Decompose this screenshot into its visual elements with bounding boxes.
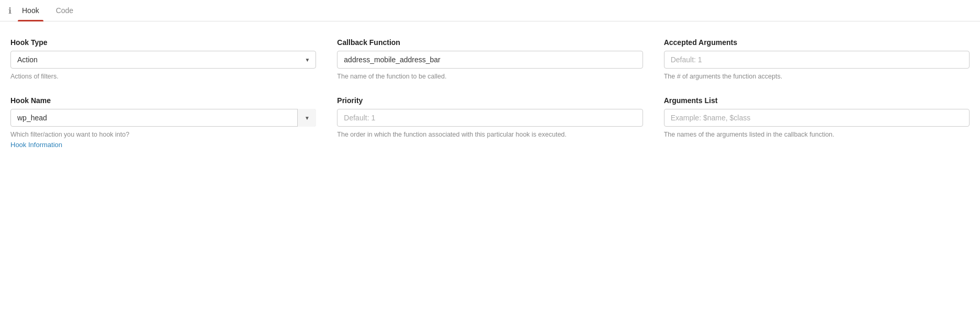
hook-name-dropdown-button[interactable]: [297, 109, 316, 127]
hook-type-label: Hook Type: [10, 38, 316, 47]
fields-grid: Hook Type Action Filter Actions of filte…: [10, 38, 970, 164]
callback-function-input[interactable]: [337, 51, 643, 69]
hook-type-hint: Actions of filters.: [10, 72, 316, 82]
arguments-list-hint: The names of the arguments listed in the…: [664, 130, 970, 140]
priority-hint: The order in which the function associat…: [337, 130, 643, 140]
accepted-arguments-hint: The # of arguments the function accepts.: [664, 72, 970, 82]
accepted-arguments-input[interactable]: [664, 51, 970, 69]
hook-name-wrapper: [10, 109, 316, 127]
priority-input[interactable]: [337, 109, 643, 127]
hook-name-input[interactable]: [10, 109, 316, 127]
hook-type-select[interactable]: Action Filter: [10, 51, 316, 69]
callback-function-hint: The name of the function to be called.: [337, 72, 643, 82]
arguments-list-label: Arguments List: [664, 96, 970, 105]
column-1: Hook Type Action Filter Actions of filte…: [10, 38, 316, 164]
hook-information-link[interactable]: Hook Information: [10, 141, 62, 149]
hook-name-label: Hook Name: [10, 96, 316, 105]
accepted-arguments-group: Accepted Arguments The # of arguments th…: [664, 38, 970, 82]
info-icon: ℹ: [8, 6, 12, 16]
tab-hook[interactable]: Hook: [18, 0, 43, 21]
hook-name-group: Hook Name Which filter/action you want t…: [10, 96, 316, 150]
tab-code[interactable]: Code: [52, 0, 77, 21]
tab-bar: ℹ Hook Code: [0, 0, 980, 21]
main-content: Hook Type Action Filter Actions of filte…: [0, 21, 980, 175]
column-3: Accepted Arguments The # of arguments th…: [664, 38, 970, 164]
accepted-arguments-label: Accepted Arguments: [664, 38, 970, 47]
callback-function-label: Callback Function: [337, 38, 643, 47]
priority-group: Priority The order in which the function…: [337, 96, 643, 140]
hook-type-group: Hook Type Action Filter Actions of filte…: [10, 38, 316, 82]
column-2: Callback Function The name of the functi…: [337, 38, 643, 164]
page-container: ℹ Hook Code Hook Type Action Filter: [0, 0, 980, 313]
arguments-list-input[interactable]: [664, 109, 970, 127]
callback-function-group: Callback Function The name of the functi…: [337, 38, 643, 82]
priority-label: Priority: [337, 96, 643, 105]
hook-name-chevron-icon: [305, 114, 310, 121]
hook-name-hint: Which filter/action you want to hook int…: [10, 130, 316, 150]
hook-type-select-wrapper: Action Filter: [10, 51, 316, 69]
arguments-list-group: Arguments List The names of the argument…: [664, 96, 970, 140]
